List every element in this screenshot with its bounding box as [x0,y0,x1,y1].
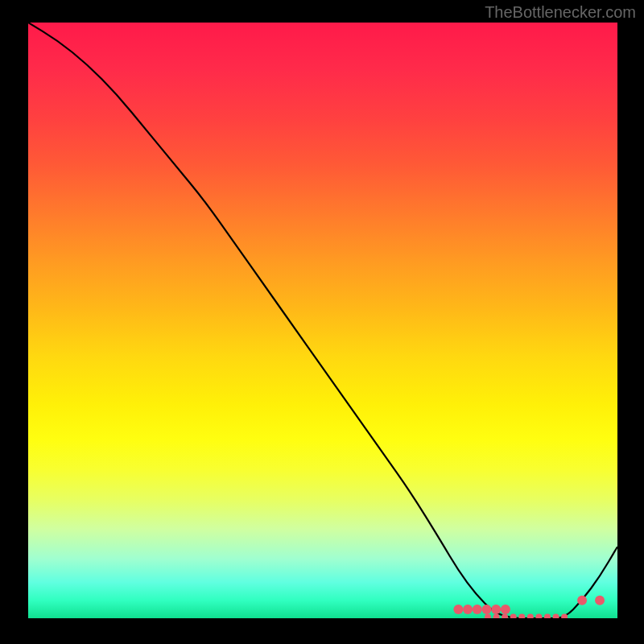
marker-dot [544,614,551,618]
marker-dot [491,605,501,614]
marker-dot [577,596,587,605]
chart-container: TheBottlenecker.com [0,0,644,644]
marker-dot [561,614,568,618]
watermark-text: TheBottlenecker.com [485,3,636,22]
marker-dot [481,605,491,614]
marker-dots [453,596,605,618]
marker-dot [473,605,482,614]
plot-area [28,23,617,618]
marker-dot [463,605,473,614]
marker-dot [485,614,491,618]
curve-svg [28,23,617,618]
marker-dot [518,614,525,618]
marker-dot [527,614,534,618]
marker-dot [510,614,517,618]
marker-dot [502,614,508,618]
marker-dot [535,614,542,618]
marker-dot [595,596,605,605]
marker-dot [493,614,500,618]
marker-dot [453,605,463,614]
marker-dot [553,614,559,618]
bottleneck-curve [28,23,617,618]
marker-dot [501,605,510,614]
